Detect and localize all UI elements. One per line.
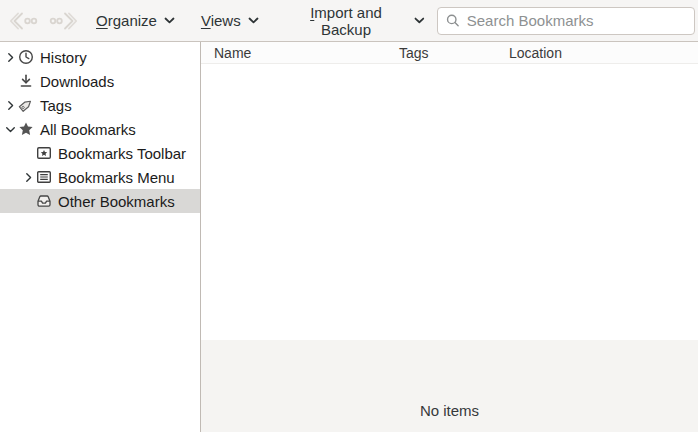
chevron-down-icon: [248, 17, 259, 24]
clock-icon: [18, 49, 34, 65]
sidebar-item-label: Bookmarks Toolbar: [58, 145, 186, 162]
expander-right-icon[interactable]: [3, 100, 18, 111]
search-box[interactable]: [437, 7, 695, 35]
sidebar-item-label: Bookmarks Menu: [58, 169, 175, 186]
organize-menu-button[interactable]: Organize: [84, 4, 187, 38]
expander-right-icon[interactable]: [3, 52, 18, 63]
sidebar-item-label: Downloads: [40, 73, 114, 90]
sidebar-item-history[interactable]: History: [0, 45, 200, 69]
search-icon: [446, 13, 460, 28]
bookmarks-menu-icon: [36, 169, 52, 185]
sidebar-item-label: All Bookmarks: [40, 121, 136, 138]
back-button[interactable]: [4, 4, 43, 38]
main-pane: Name Tags Location No items: [201, 42, 698, 432]
sidebar-item-label: History: [40, 49, 87, 66]
download-icon: [18, 73, 34, 89]
chevron-down-icon: [414, 17, 425, 24]
sidebar-item-downloads[interactable]: Downloads: [0, 69, 200, 93]
import-and-backup-menu-button[interactable]: Import and Backup: [273, 4, 437, 38]
views-menu-label: Views: [201, 12, 241, 29]
column-header-name[interactable]: Name: [201, 45, 399, 61]
tray-icon: [36, 193, 52, 209]
sidebar-item-bookmarks-toolbar[interactable]: Bookmarks Toolbar: [0, 141, 200, 165]
forward-icon: [49, 12, 77, 30]
library-body: History Downloads: [0, 42, 698, 432]
sidebar-item-tags[interactable]: Tags: [0, 93, 200, 117]
sidebar-item-label: Other Bookmarks: [58, 193, 175, 210]
import-and-backup-menu-label: Import and Backup: [285, 4, 408, 38]
tag-icon: [18, 97, 34, 113]
empty-message: No items: [420, 402, 479, 419]
chevron-down-icon: [164, 17, 175, 24]
library-window: Organize Views Import and Backup: [0, 0, 698, 432]
detail-pane: No items: [201, 340, 698, 432]
toolbar: Organize Views Import and Backup: [0, 0, 698, 42]
sidebar-item-bookmarks-menu[interactable]: Bookmarks Menu: [0, 165, 200, 189]
organize-menu-label: Organize: [96, 12, 157, 29]
sidebar-item-label: Tags: [40, 97, 72, 114]
column-header-location[interactable]: Location: [509, 45, 698, 61]
forward-button[interactable]: [43, 4, 82, 38]
bookmarks-toolbar-icon: [36, 145, 52, 161]
back-icon: [10, 12, 38, 30]
sidebar: History Downloads: [0, 42, 201, 432]
search-input[interactable]: [467, 12, 686, 29]
expander-down-icon[interactable]: [3, 124, 18, 135]
column-header-tags[interactable]: Tags: [399, 45, 509, 61]
sidebar-item-other-bookmarks[interactable]: Other Bookmarks: [0, 189, 200, 213]
views-menu-button[interactable]: Views: [189, 4, 271, 38]
expander-right-icon[interactable]: [21, 172, 36, 183]
column-headers: Name Tags Location: [201, 42, 698, 64]
star-icon: [18, 121, 34, 137]
sidebar-item-all-bookmarks[interactable]: All Bookmarks: [0, 117, 200, 141]
bookmarks-list[interactable]: [201, 64, 698, 340]
